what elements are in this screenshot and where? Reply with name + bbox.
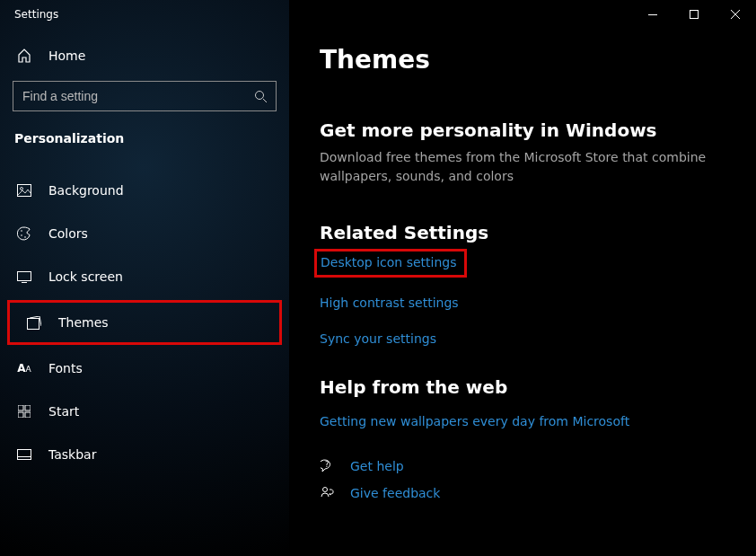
sidebar-item-background[interactable]: Background: [0, 171, 289, 210]
window-title: Settings: [0, 8, 58, 21]
section-title: Personalization: [0, 131, 289, 146]
sidebar-item-label: Background: [48, 183, 124, 198]
lockscreen-icon: [16, 271, 32, 283]
svg-rect-12: [25, 405, 31, 410]
sidebar-item-label: Start: [48, 404, 79, 419]
sidebar-item-themes[interactable]: Themes: [10, 303, 279, 342]
svg-rect-1: [690, 11, 699, 19]
sidebar-item-taskbar[interactable]: Taskbar: [0, 435, 289, 474]
svg-rect-11: [18, 405, 23, 410]
titlebar: Settings: [0, 0, 756, 29]
section-heading: Help from the web: [320, 376, 725, 398]
link-get-help[interactable]: ? Get help: [320, 459, 725, 473]
minimize-button[interactable]: [632, 0, 673, 29]
svg-point-4: [21, 188, 23, 190]
svg-rect-13: [18, 412, 23, 418]
sidebar-item-fonts[interactable]: AA Fonts: [0, 349, 289, 388]
svg-point-5: [21, 230, 22, 232]
section-description: Download free themes from the Microsoft …: [320, 148, 725, 186]
svg-point-18: [323, 488, 328, 492]
search-input[interactable]: [22, 89, 254, 103]
feedback-icon: [320, 486, 336, 500]
link-label: Give feedback: [350, 486, 440, 500]
link-wallpapers-microsoft[interactable]: Getting new wallpapers every day from Mi…: [320, 410, 725, 432]
annotation-highlight-themes: Themes: [7, 300, 282, 345]
home-row[interactable]: Home: [0, 38, 289, 74]
themes-icon: [26, 316, 42, 330]
sidebar-item-label: Themes: [58, 315, 109, 330]
page-title: Themes: [320, 45, 725, 75]
sidebar-item-label: Lock screen: [48, 269, 123, 284]
svg-rect-15: [18, 450, 31, 460]
taskbar-icon: [16, 449, 32, 460]
section-help-from-web: Help from the web Getting new wallpapers…: [320, 376, 725, 500]
svg-rect-16: [18, 457, 31, 460]
svg-rect-9: [22, 282, 27, 283]
search-box[interactable]: [13, 81, 277, 111]
svg-point-2: [256, 92, 264, 100]
svg-point-7: [24, 236, 26, 238]
content-area: Themes Get more personality in Windows D…: [289, 0, 756, 556]
section-related-settings: Related Settings Desktop icon settings H…: [320, 222, 725, 349]
home-icon: [16, 49, 32, 63]
link-sync-your-settings[interactable]: Sync your settings: [320, 328, 725, 349]
home-label: Home: [48, 49, 85, 63]
link-give-feedback[interactable]: Give feedback: [320, 486, 725, 500]
palette-icon: [16, 226, 32, 241]
svg-rect-8: [18, 271, 31, 280]
sidebar-item-label: Taskbar: [48, 447, 96, 462]
svg-point-6: [21, 234, 22, 236]
section-heading: Related Settings: [320, 222, 725, 243]
sidebar-item-colors[interactable]: Colors: [0, 214, 289, 253]
link-label: Get help: [350, 459, 404, 473]
section-more-personality: Get more personality in Windows Download…: [320, 119, 725, 186]
sidebar-item-lockscreen[interactable]: Lock screen: [0, 257, 289, 296]
svg-text:?: ?: [325, 461, 329, 469]
svg-rect-10: [28, 318, 40, 329]
svg-rect-0: [648, 14, 657, 15]
annotation-highlight-desktop-icon: Desktop icon settings: [320, 249, 725, 292]
svg-rect-14: [25, 412, 31, 418]
image-icon: [16, 184, 32, 197]
maximize-button[interactable]: [673, 0, 715, 29]
sidebar-item-start[interactable]: Start: [0, 392, 289, 431]
start-icon: [16, 405, 32, 418]
search-icon: [254, 90, 267, 102]
fonts-icon: AA: [16, 362, 32, 375]
sidebar-item-label: Colors: [48, 226, 88, 241]
close-button[interactable]: [715, 0, 756, 29]
help-icon: ?: [320, 459, 336, 473]
sidebar-item-label: Fonts: [48, 361, 83, 375]
link-desktop-icon-settings[interactable]: Desktop icon settings: [314, 249, 467, 278]
sidebar: Home Personalization Background Colors L…: [0, 0, 289, 556]
search-wrap: [13, 81, 277, 111]
section-heading: Get more personality in Windows: [320, 119, 725, 141]
link-high-contrast-settings[interactable]: High contrast settings: [320, 292, 725, 313]
window-controls: [632, 0, 756, 29]
